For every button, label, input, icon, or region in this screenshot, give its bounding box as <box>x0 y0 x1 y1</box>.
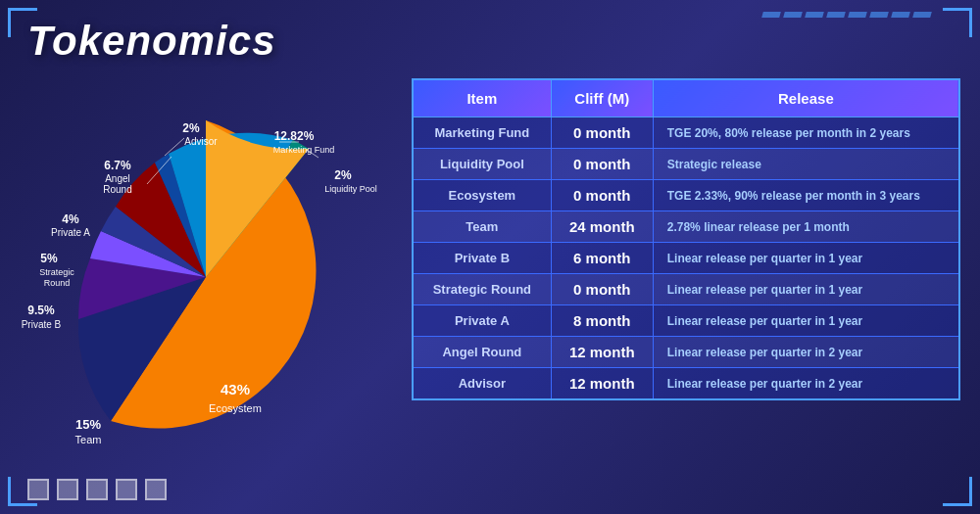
cell-item-1: Liquidity Pool <box>413 149 551 180</box>
cell-release-6: Linear release per quarter in 1 year <box>653 305 959 337</box>
cell-release-8: Linear release per quarter in 2 year <box>653 368 959 400</box>
label-angel-name2: Round <box>103 184 131 195</box>
table-row: Private B6 monthLinear release per quart… <box>413 243 959 274</box>
pie-chart: 43% Ecosystem 15% Team 9.5% Private B 5%… <box>20 91 392 463</box>
table-row: Advisor12 monthLinear release per quarte… <box>413 368 959 400</box>
label-advisor-name: Advisor <box>184 136 218 147</box>
cell-item-6: Private A <box>413 305 551 337</box>
cell-cliff-7: 12 month <box>551 337 653 368</box>
cell-release-2: TGE 2.33%, 90% release per month in 3 ye… <box>653 180 959 211</box>
label-privatea-pct: 4% <box>62 212 79 226</box>
label-team-name: Team <box>75 434 102 445</box>
cell-cliff-0: 0 month <box>551 117 653 149</box>
square-3 <box>86 479 108 500</box>
cell-item-8: Advisor <box>413 368 551 400</box>
cell-item-5: Strategic Round <box>413 274 551 305</box>
cell-cliff-2: 0 month <box>551 180 653 211</box>
cell-cliff-8: 12 month <box>551 368 653 400</box>
cell-release-3: 2.78% linear release per 1 month <box>653 211 959 243</box>
label-ecosystem-name: Ecosystem <box>209 402 262 414</box>
label-privateb-pct: 9.5% <box>27 304 55 317</box>
tokenomics-table: Item Cliff (M) Release Marketing Fund0 m… <box>412 78 960 400</box>
table-row: Team24 month2.78% linear release per 1 m… <box>413 211 959 243</box>
cell-item-7: Angel Round <box>413 337 551 368</box>
table-row: Strategic Round0 monthLinear release per… <box>413 274 959 305</box>
header-cliff: Cliff (M) <box>551 79 653 117</box>
cell-release-1: Strategic release <box>653 149 959 180</box>
cell-item-2: Ecosystem <box>413 180 551 211</box>
square-5 <box>145 479 167 500</box>
cell-item-3: Team <box>413 211 551 243</box>
table-row: Private A8 monthLinear release per quart… <box>413 305 959 337</box>
cell-cliff-4: 6 month <box>551 243 653 274</box>
cell-cliff-6: 8 month <box>551 305 653 337</box>
label-marketing-pct: 12.82% <box>274 129 315 143</box>
label-marketing-name1: Marketing Fund <box>273 145 335 155</box>
page-title: Tokenomics <box>27 18 276 65</box>
label-strategic-name2: Round <box>44 278 71 288</box>
label-privatea-name: Private A <box>51 227 90 238</box>
chart-area: 43% Ecosystem 15% Team 9.5% Private B 5%… <box>20 91 392 463</box>
square-4 <box>116 479 137 500</box>
label-strategic-name1: Strategic <box>39 267 74 277</box>
label-angel-name1: Angel <box>105 173 130 184</box>
cell-cliff-5: 0 month <box>551 274 653 305</box>
cell-release-0: TGE 20%, 80% release per month in 2 year… <box>653 117 959 149</box>
cell-item-0: Marketing Fund <box>413 117 551 149</box>
label-team-pct: 15% <box>75 417 101 432</box>
table-row: Ecosystem0 monthTGE 2.33%, 90% release p… <box>413 180 959 211</box>
table-row: Liquidity Pool0 monthStrategic release <box>413 149 959 180</box>
label-liquidity-pct: 2% <box>334 168 352 182</box>
table-area: Item Cliff (M) Release Marketing Fund0 m… <box>412 78 960 475</box>
stripe-decoration <box>762 12 931 18</box>
label-privateb-name: Private B <box>22 319 62 330</box>
label-liquidity-name: Liquidity Pool <box>324 184 377 194</box>
label-strategic-pct: 5% <box>40 252 58 265</box>
label-ecosystem-pct: 43% <box>220 381 250 397</box>
cell-cliff-3: 24 month <box>551 211 653 243</box>
cell-item-4: Private B <box>413 243 551 274</box>
cell-release-5: Linear release per quarter in 1 year <box>653 274 959 305</box>
bottom-squares <box>27 479 167 500</box>
main-content: 43% Ecosystem 15% Team 9.5% Private B 5%… <box>20 78 960 475</box>
header-item: Item <box>413 79 551 117</box>
header-release: Release <box>653 79 959 117</box>
square-2 <box>57 479 78 500</box>
label-angel-pct: 6.7% <box>104 159 131 172</box>
table-row: Marketing Fund0 monthTGE 20%, 80% releas… <box>413 117 959 149</box>
cell-release-4: Linear release per quarter in 1 year <box>653 243 959 274</box>
label-advisor-pct: 2% <box>182 121 200 135</box>
cell-cliff-1: 0 month <box>551 149 653 180</box>
table-row: Angel Round12 monthLinear release per qu… <box>413 337 959 368</box>
cell-release-7: Linear release per quarter in 2 year <box>653 337 959 368</box>
